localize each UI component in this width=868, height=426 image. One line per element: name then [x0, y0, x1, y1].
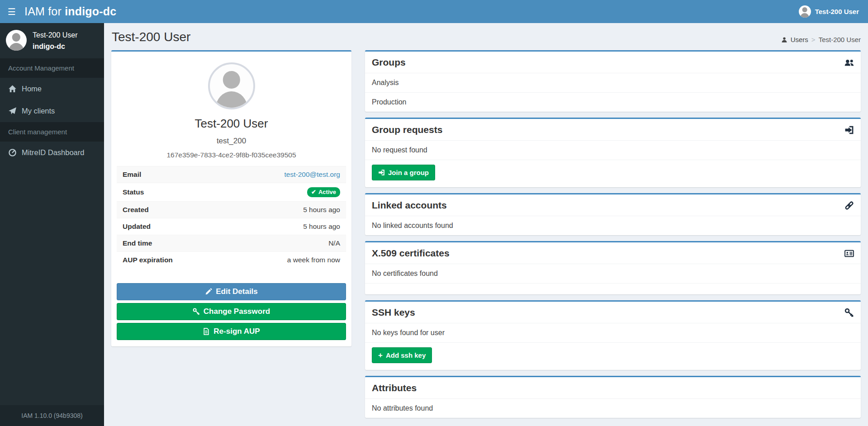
sidebar-item-label: Home: [22, 85, 42, 93]
app-brand[interactable]: IAM for indigo-dc: [24, 5, 116, 18]
profile-avatar: [208, 62, 255, 109]
join-group-label: Join a group: [388, 169, 429, 176]
attributes-empty-text: No attributes found: [365, 398, 861, 418]
aup-expiration-value: a week from now: [287, 256, 340, 264]
ssh-keys-panel: SSH keys No keys found for user + Add ss…: [365, 300, 861, 370]
updated-value: 5 hours ago: [303, 222, 340, 231]
table-row-end-time: End time N/A: [117, 235, 346, 251]
sidebar-toggle-icon[interactable]: ☰: [0, 0, 24, 23]
sidebar-user-avatar: [6, 30, 27, 51]
created-label: Created: [123, 206, 149, 214]
app-brand-prefix: IAM for: [24, 5, 62, 18]
paper-plane-icon: [8, 107, 17, 115]
status-label: Status: [123, 188, 144, 196]
resign-aup-button[interactable]: Re-sign AUP: [117, 323, 346, 340]
file-icon: [203, 328, 210, 335]
user-profile-card: Test-200 User test_200 167e359e-7833-4ce…: [111, 50, 351, 346]
status-badge: ✔ Active: [307, 187, 340, 197]
edit-details-label: Edit Details: [216, 287, 258, 296]
change-password-label: Change Password: [204, 307, 270, 316]
email-link[interactable]: test-200@test.org: [285, 170, 340, 179]
breadcrumb: Users > Test-200 User: [781, 36, 861, 43]
table-row-status: Status ✔ Active: [117, 183, 346, 201]
breadcrumb-users-link[interactable]: Users: [791, 36, 808, 43]
breadcrumb-current: Test-200 User: [819, 36, 861, 43]
table-row-updated: Updated 5 hours ago: [117, 218, 346, 235]
table-row-created: Created 5 hours ago: [117, 201, 346, 218]
groups-panel: Groups Analysis Production: [365, 50, 861, 112]
linked-accounts-empty-text: No linked accounts found: [365, 216, 861, 235]
users-icon: [844, 58, 854, 67]
group-item-analysis: Analysis: [365, 73, 861, 92]
sidebar: Test-200 User indigo-dc Account Manageme…: [0, 23, 104, 426]
group-requests-title: Group requests: [372, 124, 442, 135]
content-header: Test-200 User Users > Test-200 User: [104, 23, 868, 50]
sidebar-user-name: Test-200 User: [33, 31, 78, 39]
group-item-production: Production: [365, 92, 861, 112]
sidebar-user-org: indigo-dc: [33, 43, 78, 51]
add-ssh-key-label: Add ssh key: [386, 351, 426, 359]
profile-username: test_200: [117, 137, 346, 146]
x509-certificates-title: X.509 certificates: [372, 248, 450, 259]
created-value: 5 hours ago: [303, 206, 340, 214]
user-avatar: [799, 5, 811, 18]
x509-certificates-empty-text: No certificates found: [365, 264, 861, 283]
email-label: Email: [123, 170, 141, 179]
sign-in-icon: [378, 169, 385, 176]
sidebar-item-my-clients[interactable]: My clients: [0, 100, 104, 122]
page-title: Test-200 User: [112, 30, 860, 44]
group-requests-empty-text: No request found: [365, 140, 861, 160]
updated-label: Updated: [123, 222, 151, 231]
id-card-icon: [844, 249, 854, 258]
linked-accounts-title: Linked accounts: [372, 200, 447, 211]
profile-uuid: 167e359e-7833-4ce2-9f8b-f035cee39505: [117, 151, 346, 159]
iam-version-label: IAM 1.10.0 (94b9308): [0, 405, 104, 426]
pencil-icon: [205, 288, 212, 295]
attributes-panel: Attributes No attributes found: [365, 376, 861, 418]
linked-accounts-panel: Linked accounts No linked accounts found: [365, 193, 861, 235]
sidebar-item-label: MitreID Dashboard: [22, 148, 84, 157]
resign-aup-label: Re-sign AUP: [213, 327, 260, 336]
group-requests-panel: Group requests No request found Join a g…: [365, 118, 861, 187]
attributes-title: Attributes: [372, 383, 417, 393]
sidebar-section-client-management: Client management: [0, 122, 104, 142]
sidebar-item-mitreid-dashboard[interactable]: MitreID Dashboard: [0, 142, 104, 164]
end-time-label: End time: [123, 239, 152, 247]
table-row-email: Email test-200@test.org: [117, 166, 346, 183]
key-icon: [193, 308, 200, 315]
sidebar-item-home[interactable]: Home: [0, 78, 104, 100]
main-content: Test-200 User Users > Test-200 User Test…: [104, 23, 868, 426]
x509-certificates-panel: X.509 certificates No certificates found: [365, 241, 861, 294]
sidebar-section-account-management: Account Management: [0, 58, 104, 78]
change-password-button[interactable]: Change Password: [117, 303, 346, 320]
x509-certificates-footer: [365, 283, 861, 294]
end-time-value: N/A: [328, 239, 340, 247]
ssh-keys-title: SSH keys: [372, 307, 415, 318]
add-ssh-key-button[interactable]: + Add ssh key: [372, 347, 432, 363]
user-menu-label: Test-200 User: [815, 8, 859, 15]
top-navbar: ☰ IAM for indigo-dc Test-200 User: [0, 0, 868, 23]
sidebar-user-panel: Test-200 User indigo-dc: [0, 23, 104, 58]
user-menu[interactable]: Test-200 User: [790, 0, 868, 23]
breadcrumb-separator: >: [811, 36, 816, 43]
profile-display-name: Test-200 User: [117, 117, 346, 131]
plus-icon: +: [378, 352, 383, 358]
sidebar-item-label: My clients: [22, 107, 55, 115]
profile-detail-table: Email test-200@test.org Status ✔ Active …: [117, 166, 346, 268]
ssh-keys-empty-text: No keys found for user: [365, 323, 861, 342]
status-badge-label: Active: [318, 189, 336, 195]
join-group-button[interactable]: Join a group: [372, 165, 435, 180]
table-row-aup-expiration: AUP expiration a week from now: [117, 251, 346, 268]
groups-title: Groups: [372, 57, 406, 68]
home-icon: [8, 85, 17, 93]
aup-expiration-label: AUP expiration: [123, 256, 173, 264]
link-icon: [844, 201, 854, 210]
key-icon: [844, 308, 854, 317]
dashboard-icon: [8, 148, 17, 157]
app-brand-org: indigo-dc: [65, 5, 116, 18]
edit-details-button[interactable]: Edit Details: [117, 283, 346, 300]
check-icon: ✔: [311, 189, 316, 195]
person-icon: [781, 37, 787, 43]
sign-in-icon: [844, 125, 854, 135]
